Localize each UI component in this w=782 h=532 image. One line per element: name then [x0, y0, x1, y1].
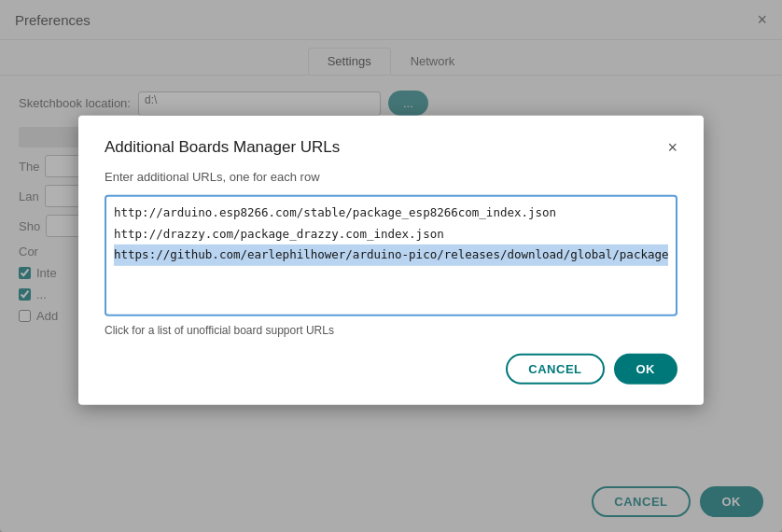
modal-header: Additional Boards Manager URLs ×	[105, 138, 677, 157]
unofficial-urls-link[interactable]: Click for a list of unofficial board sup…	[105, 324, 677, 337]
modal-title: Additional Boards Manager URLs	[105, 138, 340, 157]
modal-ok-button[interactable]: OK	[614, 354, 678, 385]
urls-textarea[interactable]: http://arduino.esp8266.com/stable/packag…	[105, 195, 677, 316]
url-line-1: http://arduino.esp8266.com/stable/packag…	[114, 203, 668, 224]
modal-close-button[interactable]: ×	[667, 139, 677, 156]
url-line-2: http://drazzy.com/package_drazzy.com_ind…	[114, 223, 668, 244]
url-line-3: https://github.com/earlephilhower/arduin…	[114, 245, 668, 266]
modal-cancel-button[interactable]: CANCEL	[506, 354, 604, 385]
modal-footer: CANCEL OK	[105, 354, 677, 385]
modal-subtitle: Enter additional URLs, one for each row	[105, 170, 677, 184]
additional-boards-modal: Additional Boards Manager URLs × Enter a…	[78, 116, 704, 405]
